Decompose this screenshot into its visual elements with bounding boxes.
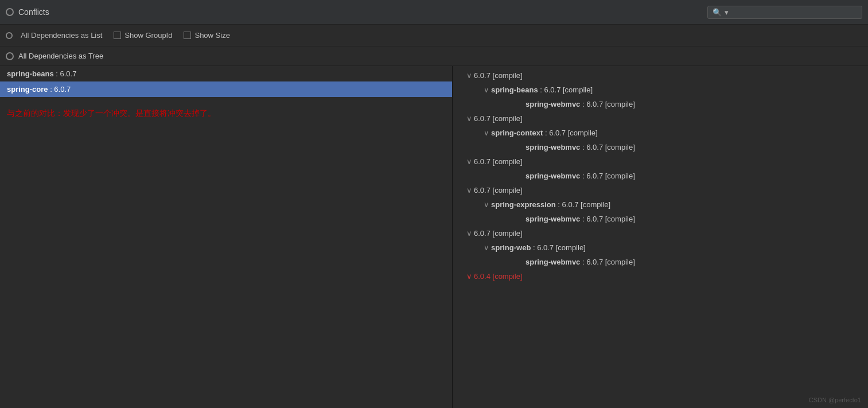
all-deps-tree-label: All Dependencies as Tree xyxy=(18,52,103,60)
entry-text-11: 6.0.7 [compile] xyxy=(474,229,523,238)
tree-entry-10: spring-webmvc : 6.0.7 [compile] xyxy=(453,212,868,226)
options-row: All Dependencies as List Show GroupId Sh… xyxy=(0,25,868,46)
entry-text-10: spring-webmvc : 6.0.7 [compile] xyxy=(526,215,635,223)
search-icon: 🔍 xyxy=(713,8,722,17)
tree-entry-11: ∨ 6.0.7 [compile] xyxy=(453,226,868,240)
tree-entry-14: ∨ 6.0.4 [compile] xyxy=(453,269,868,283)
entry-text-9: spring-expression : 6.0.7 [compile] xyxy=(491,200,610,209)
search-box[interactable]: 🔍 ▾ xyxy=(707,6,862,19)
entry-text-1: spring-beans : 6.0.7 [compile] xyxy=(491,86,593,94)
right-panel: ∨ 6.0.7 [compile] ∨ spring-beans : 6.0.7… xyxy=(453,66,868,408)
entry-text-14: 6.0.4 [compile] xyxy=(474,272,523,281)
tree-entry-2: spring-webmvc : 6.0.7 [compile] xyxy=(453,97,868,111)
tree-entry-5: spring-webmvc : 6.0.7 [compile] xyxy=(453,140,868,154)
chevron-9[interactable]: ∨ xyxy=(482,200,491,209)
tree-entry-12: ∨ spring-web : 6.0.7 [compile] xyxy=(453,240,868,255)
dep-item-spring-beans[interactable]: spring-beans : 6.0.7 xyxy=(0,66,452,81)
entry-text-0: 6.0.7 [compile] xyxy=(474,71,523,80)
main-area: spring-beans : 6.0.7 spring-core : 6.0.7… xyxy=(0,66,868,408)
entry-text-5: spring-webmvc : 6.0.7 [compile] xyxy=(526,143,635,151)
annotation-text: 与之前的对比：发现少了一个冲突。是直接将冲突去掉了。 xyxy=(0,97,452,130)
entry-text-4: spring-context : 6.0.7 [compile] xyxy=(491,129,598,137)
chevron-14[interactable]: ∨ xyxy=(465,272,474,281)
show-groupid-option[interactable]: Show GroupId xyxy=(114,31,172,40)
checkbox-show-groupid[interactable] xyxy=(114,32,121,39)
all-deps-list-label: All Dependencies as List xyxy=(21,31,102,40)
show-size-option[interactable]: Show Size xyxy=(184,31,229,40)
radio-all-deps-tree[interactable] xyxy=(6,52,14,60)
tree-entry-8: ∨ 6.0.7 [compile] xyxy=(453,183,868,197)
tree-entry-3: ∨ 6.0.7 [compile] xyxy=(453,111,868,126)
entry-text-2: spring-webmvc : 6.0.7 [compile] xyxy=(526,100,635,108)
search-arrow: ▾ xyxy=(725,8,729,17)
show-groupid-label: Show GroupId xyxy=(124,31,172,40)
header-circle-icon xyxy=(6,8,14,16)
tree-entry-1: ∨ spring-beans : 6.0.7 [compile] xyxy=(453,83,868,97)
left-panel: spring-beans : 6.0.7 spring-core : 6.0.7… xyxy=(0,66,453,408)
page-title: Conflicts xyxy=(18,7,49,17)
watermark: CSDN @perfecto1 xyxy=(809,397,861,403)
tree-entry-0: ∨ 6.0.7 [compile] xyxy=(453,68,868,83)
entry-text-6: 6.0.7 [compile] xyxy=(474,157,523,166)
tree-entry-13: spring-webmvc : 6.0.7 [compile] xyxy=(453,255,868,269)
chevron-1[interactable]: ∨ xyxy=(482,86,491,94)
entry-text-7: spring-webmvc : 6.0.7 [compile] xyxy=(526,172,635,180)
chevron-11[interactable]: ∨ xyxy=(465,229,474,238)
tree-entry-9: ∨ spring-expression : 6.0.7 [compile] xyxy=(453,197,868,212)
show-size-label: Show Size xyxy=(194,31,229,40)
checkbox-show-size[interactable] xyxy=(184,32,191,39)
entry-text-12: spring-web : 6.0.7 [compile] xyxy=(491,243,586,252)
entry-text-3: 6.0.7 [compile] xyxy=(474,114,523,123)
chevron-12[interactable]: ∨ xyxy=(482,243,491,252)
chevron-8[interactable]: ∨ xyxy=(465,186,474,195)
chevron-3[interactable]: ∨ xyxy=(465,114,474,123)
tree-entry-4: ∨ spring-context : 6.0.7 [compile] xyxy=(453,126,868,140)
dep-item-spring-core[interactable]: spring-core : 6.0.7 xyxy=(0,81,452,97)
tree-row: All Dependencies as Tree xyxy=(0,46,868,66)
tree-entry-6: ∨ 6.0.7 [compile] xyxy=(453,154,868,169)
chevron-4[interactable]: ∨ xyxy=(482,129,491,137)
header-bar: Conflicts 🔍 ▾ xyxy=(0,0,868,25)
entry-text-8: 6.0.7 [compile] xyxy=(474,186,523,195)
all-deps-list-option[interactable]: All Dependencies as List xyxy=(6,31,102,40)
tree-entry-7: spring-webmvc : 6.0.7 [compile] xyxy=(453,169,868,183)
entry-text-13: spring-webmvc : 6.0.7 [compile] xyxy=(526,258,635,266)
chevron-6[interactable]: ∨ xyxy=(465,157,474,166)
chevron-0[interactable]: ∨ xyxy=(465,71,474,80)
radio-all-deps-list[interactable] xyxy=(6,32,13,39)
